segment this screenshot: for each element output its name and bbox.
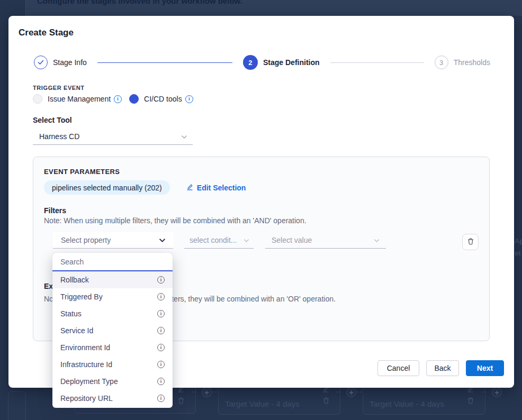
dropdown-search xyxy=(52,253,173,271)
dropdown-item-label: Rollback xyxy=(60,276,89,284)
info-icon[interactable]: i xyxy=(157,378,165,385)
radio-issue-management[interactable] xyxy=(33,94,42,104)
background-page-header: Configure the stages involved in your wo… xyxy=(0,0,522,16)
connector-dash xyxy=(192,391,196,392)
info-icon[interactable]: i xyxy=(114,95,122,103)
step-complete-check-icon xyxy=(34,56,48,69)
radio-cicd-tools[interactable] xyxy=(129,94,139,104)
background-text-fragment: Ap xyxy=(515,237,522,245)
search-input[interactable] xyxy=(60,258,165,266)
edit-icon xyxy=(186,184,193,192)
stepper-connector xyxy=(97,62,232,63)
dropdown-item-triggered-by[interactable]: Triggered By i xyxy=(52,288,173,305)
tool-select-value: Harness CD xyxy=(39,132,79,141)
info-icon[interactable]: i xyxy=(185,95,193,103)
connector-dash xyxy=(337,391,340,392)
screen: Configure the stages involved in your wo… xyxy=(0,0,522,420)
dropdown-item-label: Triggered By xyxy=(60,293,103,301)
selection-row: pipelines selected manually (202) Edit S… xyxy=(44,180,246,195)
info-icon[interactable]: i xyxy=(157,310,165,317)
background-stage-card xyxy=(8,391,26,420)
step-label: Thresholds xyxy=(454,58,490,67)
info-icon[interactable]: i xyxy=(157,327,165,334)
select-condition-dropdown[interactable]: select condit... xyxy=(184,232,254,249)
step-stage-info[interactable]: Stage Info xyxy=(34,56,87,69)
step-stage-definition[interactable]: 2 Stage Definition xyxy=(243,55,320,70)
trash-icon xyxy=(323,397,329,406)
dropdown-item-label: Environment Id xyxy=(60,343,110,352)
event-parameters-heading: EVENT PARAMETERS xyxy=(44,168,120,176)
info-icon[interactable]: i xyxy=(157,361,165,368)
background-banner-text: Configure the stages involved in your wo… xyxy=(37,0,242,5)
background-target-value-label: Target Value - 4 days xyxy=(225,399,300,408)
dropdown-item-rollback[interactable]: Rollback i xyxy=(52,271,173,288)
dropdown-item-label: Service Id xyxy=(60,326,93,335)
wizard-stepper: Stage Info 2 Stage Definition 3 Threshol… xyxy=(34,55,490,70)
create-stage-modal: Create Stage Stage Info 2 Stage Definiti… xyxy=(8,16,514,388)
step-label: Stage Definition xyxy=(263,58,320,67)
dropdown-item-repository-url[interactable]: Repository URL i xyxy=(52,390,173,407)
step-label: Stage Info xyxy=(53,58,87,67)
dropdown-item-status[interactable]: Status i xyxy=(52,305,173,322)
dropdown-item-label: Status xyxy=(60,309,82,318)
dropdown-item-infrastructure-id[interactable]: Infrastructure Id i xyxy=(52,356,173,373)
step-number-badge: 2 xyxy=(243,55,258,70)
modal-title: Create Stage xyxy=(19,28,74,38)
edit-selection-link[interactable]: Edit Selection xyxy=(186,184,246,192)
connector-dash xyxy=(357,391,361,392)
next-button[interactable]: Next xyxy=(466,360,504,376)
select-property-placeholder: Select property xyxy=(61,236,111,244)
filter-row: Select property select condit... Select … xyxy=(53,232,479,250)
info-icon[interactable]: i xyxy=(157,344,165,351)
dropdown-item-service-id[interactable]: Service Id i xyxy=(52,322,173,339)
edit-selection-label: Edit Selection xyxy=(197,184,246,192)
back-button[interactable]: Back xyxy=(426,360,459,376)
info-icon[interactable]: i xyxy=(157,276,165,284)
delete-filter-button[interactable] xyxy=(462,234,479,250)
dropdown-item-label: Repository URL xyxy=(60,394,113,403)
dropdown-item-label: Infrastructure Id xyxy=(60,360,112,369)
add-stage-icon: + xyxy=(346,387,356,397)
trigger-event-options: Issue Management i CI/CD tools i xyxy=(33,94,193,104)
dropdown-list: Rollback i Triggered By i Status i Servi… xyxy=(52,271,173,408)
select-value-dropdown[interactable]: Select value xyxy=(265,232,386,249)
add-stage-icon: + xyxy=(492,387,502,397)
property-dropdown-menu: Rollback i Triggered By i Status i Servi… xyxy=(52,253,173,408)
pipelines-selected-chip: pipelines selected manually (202) xyxy=(44,180,170,195)
trash-icon xyxy=(467,397,474,406)
chevron-down-icon xyxy=(244,239,249,243)
select-property-dropdown[interactable]: Select property xyxy=(53,232,173,249)
dropdown-item-environment-id[interactable]: Environment Id i xyxy=(52,339,173,356)
stepper-connector xyxy=(330,62,424,63)
background-target-value-label: Target Value - 4 days xyxy=(370,399,444,408)
radio-label[interactable]: CI/CD tools xyxy=(144,95,182,103)
radio-label[interactable]: Issue Management xyxy=(48,95,111,103)
chevron-down-icon xyxy=(181,135,187,139)
dropdown-item-deployment-type[interactable]: Deployment Type i xyxy=(52,373,173,390)
step-thresholds[interactable]: 3 Thresholds xyxy=(435,56,490,69)
select-tool-label: Select Tool xyxy=(33,116,72,124)
tool-select[interactable]: Harness CD xyxy=(33,129,193,145)
modal-footer: Cancel Back Next xyxy=(377,360,504,376)
connector-dash xyxy=(213,391,217,392)
info-icon[interactable]: i xyxy=(157,293,165,300)
add-stage-icon: + xyxy=(202,387,212,397)
cancel-button[interactable]: Cancel xyxy=(377,360,419,376)
chevron-down-icon xyxy=(159,238,166,243)
trigger-event-label: TRIGGER EVENT xyxy=(33,85,85,91)
trash-icon xyxy=(178,397,184,406)
select-condition-placeholder: select condit... xyxy=(190,236,237,244)
filters-note: Note: When using multiple filters, they … xyxy=(44,216,307,225)
select-value-placeholder: Select value xyxy=(272,236,312,244)
info-icon[interactable]: i xyxy=(157,395,165,402)
trash-icon xyxy=(467,238,474,247)
filters-heading: Filters xyxy=(44,206,66,215)
step-number-badge: 3 xyxy=(435,56,448,69)
connector-dash xyxy=(482,391,486,392)
chevron-down-icon xyxy=(374,239,380,243)
background-text-fragment: et xyxy=(515,249,521,257)
dropdown-item-label: Deployment Type xyxy=(60,377,118,386)
